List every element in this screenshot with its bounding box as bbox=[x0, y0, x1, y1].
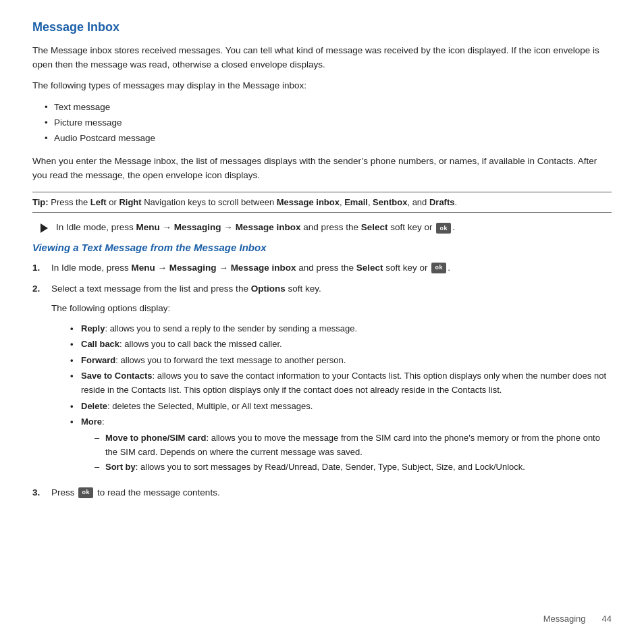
tip-label: Tip: bbox=[32, 197, 49, 207]
list-item: Audio Postcard message bbox=[45, 131, 612, 146]
option-reply: Reply: allows you to send a reply to the… bbox=[70, 321, 612, 336]
tip-drafts: Drafts bbox=[429, 197, 455, 207]
step-1-content: In Idle mode, press Menu → Messaging → M… bbox=[51, 261, 612, 275]
intro-para-3: When you enter the Message inbox, the li… bbox=[32, 155, 612, 183]
options-sub-para: The following options display: bbox=[51, 302, 612, 316]
intro-para-1: The Message inbox stores received messag… bbox=[32, 44, 612, 72]
tip-email: Email bbox=[344, 197, 368, 207]
options-list: Reply: allows you to send a reply to the… bbox=[70, 321, 612, 474]
message-types-list: Text message Picture message Audio Postc… bbox=[45, 100, 612, 146]
sub-options-list: Move to phone/SIM card: allows you to mo… bbox=[95, 431, 612, 474]
step-3-num: 3. bbox=[32, 486, 45, 500]
option-save-contacts: Save to Contacts: allows you to save the… bbox=[70, 369, 612, 398]
subtitle: Viewing a Text Message from the Message … bbox=[32, 242, 612, 253]
option-delete: Delete: deletes the Selected, Multiple, … bbox=[70, 399, 612, 413]
numbered-steps: 1. In Idle mode, press Menu → Messaging … bbox=[32, 261, 612, 500]
intro-para-2: The following types of messages may disp… bbox=[32, 79, 612, 93]
tip-inbox: Message inbox bbox=[277, 197, 340, 207]
ok-button-inline: ok bbox=[436, 223, 451, 234]
arrow-step-text: In Idle mode, press Menu → Messaging → M… bbox=[56, 222, 455, 233]
option-forward: Forward: allows you to forward the text … bbox=[70, 353, 612, 367]
list-item: Text message bbox=[45, 100, 612, 115]
option-callback: Call back: allows you to call back the m… bbox=[70, 337, 612, 351]
step-2: 2. Select a text message from the list a… bbox=[32, 282, 612, 479]
tip-text: Press the bbox=[49, 197, 90, 207]
step-2-num: 2. bbox=[32, 282, 45, 479]
sub-option-sort: Sort by: allows you to sort messages by … bbox=[95, 460, 612, 474]
arrow-icon bbox=[41, 223, 48, 233]
footer-label: Messaging bbox=[543, 614, 586, 624]
step-1-num: 1. bbox=[32, 261, 45, 275]
sub-option-move: Move to phone/SIM card: allows you to mo… bbox=[95, 431, 612, 460]
footer-page: 44 bbox=[602, 614, 612, 624]
tip-right: Right bbox=[119, 197, 141, 207]
arrow-step: In Idle mode, press Menu → Messaging → M… bbox=[41, 222, 612, 233]
list-item: Picture message bbox=[45, 115, 612, 131]
step-3-content: Press ok to read the message contents. bbox=[51, 486, 612, 500]
page-title: Message Inbox bbox=[32, 20, 612, 34]
tip-box: Tip: Press the Left or Right Navigation … bbox=[32, 192, 612, 213]
tip-sentbox: Sentbox bbox=[373, 197, 407, 207]
ok-button-step3: ok bbox=[78, 487, 93, 498]
option-more: More: Move to phone/SIM card: allows you… bbox=[70, 414, 612, 474]
step-2-content: Select a text message from the list and … bbox=[51, 282, 612, 479]
ok-button-step1: ok bbox=[431, 263, 446, 273]
footer: Messaging 44 bbox=[543, 614, 612, 624]
tip-left: Left bbox=[90, 197, 107, 207]
step-3: 3. Press ok to read the message contents… bbox=[32, 486, 612, 500]
step-1: 1. In Idle mode, press Menu → Messaging … bbox=[32, 261, 612, 275]
